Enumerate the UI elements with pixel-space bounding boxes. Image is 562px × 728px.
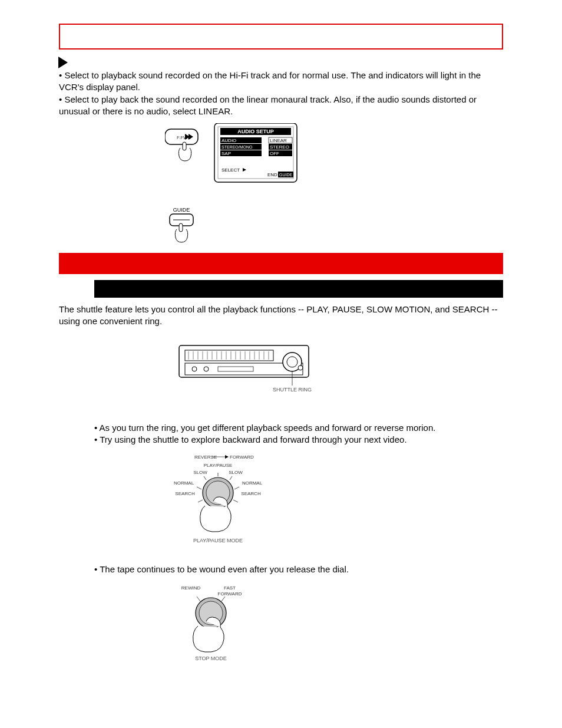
text: to playback sound recorded on the Hi-Fi … (91, 70, 368, 80)
svg-marker-48 (225, 455, 229, 459)
dial-playpause-figure: REVERSE FORWARD PLAY/PAUSE SLOW SLOW NOR… (171, 452, 562, 546)
dial-stop-figure: REWIND FAST FORWARD STOP MODE (171, 581, 562, 664)
step3-box (59, 24, 503, 50)
svg-point-44 (287, 357, 297, 367)
dial1-normal-r: NORMAL (242, 480, 263, 486)
svg-point-40 (192, 367, 197, 371)
dial1-slow-l: SLOW (193, 470, 207, 475)
dial1-normal-l: NORMAL (174, 480, 194, 486)
bullet: • As you turn the ring, you get differen… (94, 422, 503, 434)
dial2-forward: FORWARD (218, 591, 242, 597)
shuttle-ring-label: SHUTTLE RING (273, 387, 312, 393)
svg-line-56 (198, 500, 203, 502)
svg-rect-42 (218, 367, 253, 371)
dial2-fast: FAST (224, 585, 236, 591)
audio-setup-figure: F.FWD AUDIO SETUP AUDIO LINEAR (165, 123, 562, 188)
section-bar (59, 253, 503, 274)
step3-text: • Select to playback sound recorded on t… (59, 70, 503, 117)
svg-marker-0 (58, 57, 68, 68)
svg-line-60 (197, 597, 200, 601)
page: • Select to playback sound recorded on t… (0, 0, 562, 693)
dial2-mode: STOP MODE (195, 655, 227, 661)
text: • Select (59, 70, 91, 80)
menu-row1-right: LINEAR (270, 138, 287, 143)
dial1-search-r: SEARCH (241, 491, 261, 496)
bullet: • Try using the shuttle to explore backw… (94, 434, 503, 446)
shuttle-intro: The shuttle feature lets you control all… (59, 304, 503, 328)
menu-row2-right: STEREO (270, 144, 289, 150)
menu-title: AUDIO SETUP (237, 129, 274, 134)
svg-rect-4 (183, 142, 186, 150)
svg-line-52 (204, 476, 206, 480)
svg-line-61 (222, 597, 225, 601)
subsection-bar (94, 280, 503, 298)
svg-line-54 (197, 487, 201, 489)
text: • Select (59, 94, 91, 104)
menu-row2-left: STEREO/MONO (222, 145, 253, 149)
menu-row3-left: SAP (222, 151, 231, 156)
svg-line-53 (230, 476, 232, 480)
shuttle-bullets-1: • As you turn the ring, you get differen… (59, 422, 503, 446)
dial1-mode: PLAY/PAUSE MODE (193, 538, 243, 543)
text: and (368, 70, 385, 80)
menu-end-label: END (267, 172, 277, 177)
dial1-pp: PLAY/PAUSE (204, 463, 233, 468)
svg-line-57 (233, 500, 238, 502)
menu-row1-left: AUDIO (222, 138, 236, 143)
menu-select-label: SELECT (222, 167, 240, 173)
guide-button-label: GUIDE (173, 207, 190, 213)
dial1-slow-r: SLOW (229, 470, 243, 475)
svg-line-55 (234, 487, 239, 489)
svg-rect-18 (179, 223, 183, 232)
dial2-rewind: REWIND (181, 585, 201, 591)
text: to play back the sound recorded on the l… (59, 94, 477, 116)
dial1-reverse: REVERSE (194, 454, 217, 460)
svg-point-45 (298, 365, 303, 370)
bullet: • The tape continues to be wound even af… (94, 564, 503, 575)
shuttle-bullets-2: • The tape continues to be wound even af… (59, 564, 503, 575)
play-icon (56, 55, 70, 70)
guide-button-figure: GUIDE (165, 206, 562, 247)
vcr-figure: SHUTTLE RING (177, 340, 562, 398)
dial1-search-l: SEARCH (175, 491, 195, 496)
menu-guide-label: GUIDE (279, 173, 293, 177)
dial1-forward: FORWARD (230, 454, 254, 460)
svg-point-41 (204, 367, 209, 371)
menu-row3-right: OFF (270, 151, 279, 156)
svg-rect-20 (185, 350, 273, 361)
